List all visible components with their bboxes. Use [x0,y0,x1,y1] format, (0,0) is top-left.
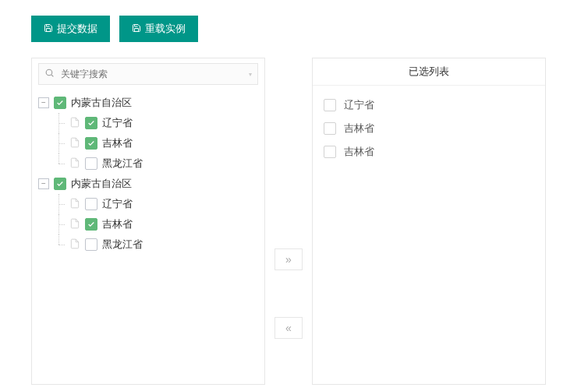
svg-line-1 [51,75,53,76]
tree-child-label: 黑龙江省 [102,157,143,171]
file-icon [69,136,80,151]
svg-point-0 [46,69,52,76]
tree-child-row: 辽宁省 [54,194,258,214]
tree-checkbox[interactable] [85,218,97,231]
selected-item: 吉林省 [324,117,534,140]
selected-checkbox[interactable] [324,122,336,135]
tree-branch-line [54,234,65,255]
chevron-double-right-icon: » [285,253,292,266]
tree-branch-line [54,113,65,133]
tree-child-row: 吉林省 [54,214,258,234]
selected-checkbox[interactable] [324,146,336,158]
tree-panel: ▾ −内蒙古自治区辽宁省吉林省黑龙江省−内蒙古自治区辽宁省吉林省黑龙江省 [31,58,265,385]
toolbar: 提交数据 重载实例 [31,16,557,42]
tree: −内蒙古自治区辽宁省吉林省黑龙江省−内蒙古自治区辽宁省吉林省黑龙江省 [32,88,264,262]
tree-checkbox[interactable] [85,157,97,170]
file-icon [69,116,80,131]
collapse-toggle[interactable]: − [38,178,49,189]
selected-item-label: 吉林省 [344,145,374,159]
search-icon [44,68,55,80]
file-icon [69,197,80,212]
tree-child-row: 黑龙江省 [54,153,258,174]
tree-child-row: 辽宁省 [54,113,258,133]
file-icon [69,217,80,232]
tree-node-label: 内蒙古自治区 [71,177,132,191]
selected-list: 辽宁省吉林省吉林省 [313,86,545,171]
tree-child-label: 吉林省 [102,136,133,150]
save-icon [44,23,53,35]
tree-child-label: 吉林省 [102,217,133,231]
file-icon [69,238,80,252]
submit-label: 提交数据 [57,22,97,36]
selected-item-label: 辽宁省 [344,98,374,112]
move-left-button[interactable]: « [275,317,303,339]
tree-checkbox[interactable] [85,238,97,251]
selected-item: 辽宁省 [324,93,534,117]
transfer-arrows: » « [275,58,303,339]
tree-child-label: 黑龙江省 [102,238,143,252]
tree-child-label: 辽宁省 [102,197,133,211]
collapse-toggle[interactable]: − [38,97,49,108]
tree-branch-line [54,194,65,214]
reload-label: 重载实例 [145,22,186,36]
selected-checkbox[interactable] [324,99,336,111]
chevron-double-left-icon: « [285,322,292,334]
selected-panel: 已选列表 辽宁省吉林省吉林省 [312,58,546,385]
tree-child-row: 黑龙江省 [54,234,258,255]
tree-branch-line [54,133,65,153]
submit-button[interactable]: 提交数据 [31,16,110,42]
tree-node: −内蒙古自治区辽宁省吉林省黑龙江省 [38,93,258,174]
file-icon [69,157,80,171]
tree-node: −内蒙古自治区辽宁省吉林省黑龙江省 [38,174,258,255]
tree-branch-line [54,214,65,234]
selected-header: 已选列表 [313,58,545,86]
tree-checkbox[interactable] [85,117,97,129]
tree-checkbox[interactable] [54,178,66,190]
search-input[interactable] [38,63,258,85]
tree-node-label: 内蒙古自治区 [71,96,132,110]
tree-child-label: 辽宁省 [102,116,133,130]
reload-button[interactable]: 重载实例 [119,16,198,42]
selected-item: 吉林省 [324,140,534,164]
tree-checkbox[interactable] [54,97,66,109]
chevron-down-icon[interactable]: ▾ [249,71,252,78]
selected-item-label: 吉林省 [344,122,374,136]
move-right-button[interactable]: » [275,248,303,270]
search-box: ▾ [38,63,258,85]
tree-checkbox[interactable] [85,137,97,150]
tree-checkbox[interactable] [85,198,97,210]
tree-child-row: 吉林省 [54,133,258,153]
tree-branch-line [54,153,65,174]
save-icon [132,23,141,35]
